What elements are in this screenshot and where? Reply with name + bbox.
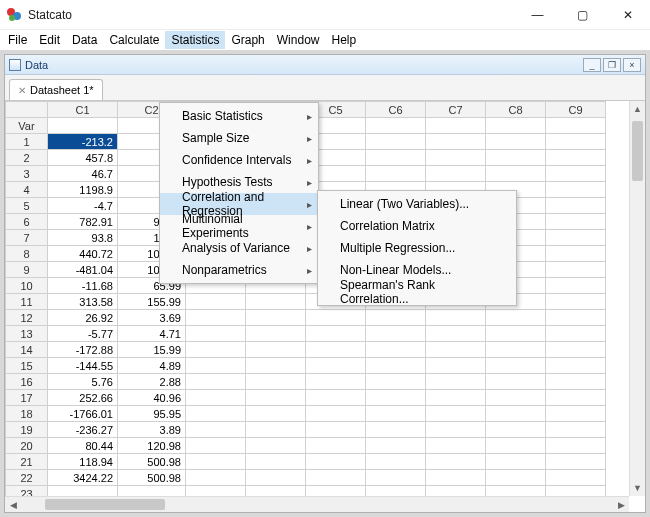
cell[interactable]: 80.44 (48, 438, 118, 454)
cell[interactable] (546, 358, 606, 374)
cell[interactable] (486, 390, 546, 406)
cell[interactable]: -236.27 (48, 422, 118, 438)
cell[interactable] (546, 214, 606, 230)
scroll-left-arrow-icon[interactable]: ◀ (5, 497, 21, 512)
menu-statistics[interactable]: Statistics (165, 31, 225, 49)
menuitem-multiple-regression-[interactable]: Multiple Regression... (318, 237, 516, 259)
cell[interactable] (186, 438, 246, 454)
cell[interactable]: 120.98 (118, 438, 186, 454)
cell[interactable]: 500.98 (118, 454, 186, 470)
row-header[interactable]: 6 (6, 214, 48, 230)
cell[interactable]: 782.91 (48, 214, 118, 230)
cell[interactable] (426, 470, 486, 486)
cell[interactable]: 5.76 (48, 374, 118, 390)
cell[interactable]: 252.66 (48, 390, 118, 406)
row-header[interactable]: 21 (6, 454, 48, 470)
column-header-c8[interactable]: C8 (486, 102, 546, 118)
cell[interactable] (366, 326, 426, 342)
window-close-button[interactable]: ✕ (605, 1, 650, 29)
cell[interactable] (426, 342, 486, 358)
cell[interactable] (426, 134, 486, 150)
row-header[interactable]: 12 (6, 310, 48, 326)
cell[interactable] (426, 454, 486, 470)
cell[interactable] (546, 326, 606, 342)
var-cell[interactable] (546, 118, 606, 134)
cell[interactable] (306, 406, 366, 422)
cell[interactable] (246, 470, 306, 486)
menu-data[interactable]: Data (66, 31, 103, 49)
var-cell[interactable] (426, 118, 486, 134)
cell[interactable] (366, 166, 426, 182)
cell[interactable] (246, 406, 306, 422)
cell[interactable] (186, 422, 246, 438)
cell[interactable] (546, 246, 606, 262)
cell[interactable] (186, 342, 246, 358)
vertical-scroll-thumb[interactable] (632, 121, 643, 181)
cell[interactable]: -481.04 (48, 262, 118, 278)
cell[interactable] (366, 150, 426, 166)
cell[interactable] (546, 470, 606, 486)
menu-file[interactable]: File (2, 31, 33, 49)
row-header[interactable]: 22 (6, 470, 48, 486)
cell[interactable] (306, 374, 366, 390)
cell[interactable]: -4.7 (48, 198, 118, 214)
cell[interactable] (426, 374, 486, 390)
row-header[interactable]: 20 (6, 438, 48, 454)
vertical-scrollbar[interactable]: ▲ ▼ (629, 101, 645, 496)
cell[interactable] (186, 390, 246, 406)
cell[interactable]: 3.69 (118, 310, 186, 326)
cell[interactable] (546, 406, 606, 422)
cell[interactable] (246, 326, 306, 342)
scroll-down-arrow-icon[interactable]: ▼ (630, 480, 645, 496)
cell[interactable] (366, 342, 426, 358)
cell[interactable] (366, 438, 426, 454)
column-header-c1[interactable]: C1 (48, 102, 118, 118)
cell[interactable]: 457.8 (48, 150, 118, 166)
cell[interactable] (306, 326, 366, 342)
menuitem-spearman-s-rank-correlation-[interactable]: Spearman's Rank Correlation... (318, 281, 516, 303)
cell[interactable] (186, 470, 246, 486)
cell[interactable]: 4.71 (118, 326, 186, 342)
cell[interactable] (186, 310, 246, 326)
cell[interactable] (546, 166, 606, 182)
cell[interactable] (366, 374, 426, 390)
cell[interactable]: 40.96 (118, 390, 186, 406)
cell[interactable] (546, 230, 606, 246)
cell[interactable] (486, 342, 546, 358)
cell[interactable] (186, 374, 246, 390)
cell[interactable] (486, 470, 546, 486)
window-maximize-button[interactable]: ▢ (560, 1, 605, 29)
cell[interactable] (546, 294, 606, 310)
cell[interactable]: -144.55 (48, 358, 118, 374)
menu-help[interactable]: Help (325, 31, 362, 49)
menuitem-multinomial-experiments[interactable]: Multinomial Experiments▸ (160, 215, 318, 237)
menuitem-analysis-of-variance[interactable]: Analysis of Variance▸ (160, 237, 318, 259)
cell[interactable] (246, 342, 306, 358)
cell[interactable]: 3424.22 (48, 470, 118, 486)
cell[interactable]: 155.99 (118, 294, 186, 310)
cell[interactable] (186, 294, 246, 310)
cell[interactable] (426, 150, 486, 166)
cell[interactable] (366, 310, 426, 326)
cell[interactable]: 26.92 (48, 310, 118, 326)
cell[interactable] (426, 358, 486, 374)
cell[interactable] (486, 326, 546, 342)
cell[interactable] (366, 454, 426, 470)
cell[interactable] (246, 374, 306, 390)
cell[interactable] (486, 438, 546, 454)
cell[interactable]: 118.94 (48, 454, 118, 470)
cell[interactable] (546, 310, 606, 326)
window-minimize-button[interactable]: — (515, 1, 560, 29)
cell[interactable]: 440.72 (48, 246, 118, 262)
cell[interactable]: 3.89 (118, 422, 186, 438)
var-cell[interactable] (48, 118, 118, 134)
cell[interactable] (546, 342, 606, 358)
menuitem-basic-statistics[interactable]: Basic Statistics▸ (160, 105, 318, 127)
cell[interactable] (546, 422, 606, 438)
menuitem-correlation-matrix[interactable]: Correlation Matrix (318, 215, 516, 237)
mdi-maximize-button[interactable]: ❐ (603, 58, 621, 72)
cell[interactable]: -1766.01 (48, 406, 118, 422)
row-header[interactable]: 19 (6, 422, 48, 438)
cell[interactable] (306, 390, 366, 406)
var-row-header[interactable]: Var (6, 118, 48, 134)
